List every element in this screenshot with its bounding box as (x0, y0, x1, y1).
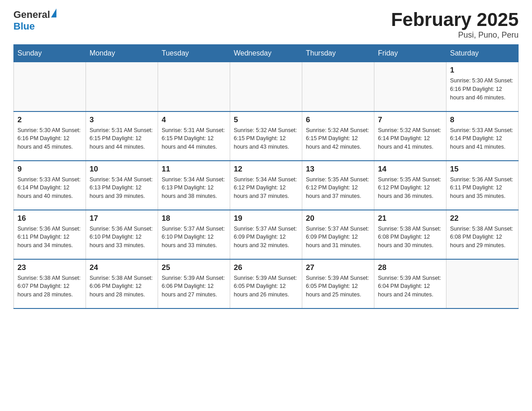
weekday-header-tuesday: Tuesday (158, 45, 230, 62)
day-info: Sunrise: 5:32 AM Sunset: 6:14 PM Dayligh… (378, 126, 442, 151)
day-number: 16 (17, 214, 82, 223)
calendar-day-cell (230, 62, 302, 111)
day-number: 19 (234, 214, 298, 223)
calendar-day-cell: 13Sunrise: 5:35 AM Sunset: 6:12 PM Dayli… (302, 161, 374, 210)
day-info: Sunrise: 5:32 AM Sunset: 6:15 PM Dayligh… (234, 126, 298, 151)
logo-blue-text: Blue (13, 21, 35, 32)
calendar-body: 1Sunrise: 5:30 AM Sunset: 6:16 PM Daylig… (14, 62, 519, 308)
calendar-day-cell: 19Sunrise: 5:37 AM Sunset: 6:09 PM Dayli… (230, 210, 302, 259)
page-header: General Blue February 2025 Pusi, Puno, P… (13, 9, 519, 40)
day-number: 28 (378, 263, 442, 272)
day-info: Sunrise: 5:38 AM Sunset: 6:08 PM Dayligh… (378, 225, 442, 250)
day-info: Sunrise: 5:30 AM Sunset: 6:16 PM Dayligh… (17, 126, 82, 151)
calendar-day-cell: 16Sunrise: 5:36 AM Sunset: 6:11 PM Dayli… (14, 210, 86, 259)
day-info: Sunrise: 5:39 AM Sunset: 6:04 PM Dayligh… (378, 274, 442, 299)
weekday-header-friday: Friday (374, 45, 446, 62)
day-number: 3 (90, 116, 154, 124)
day-number: 20 (306, 214, 370, 223)
calendar-table: SundayMondayTuesdayWednesdayThursdayFrid… (13, 44, 519, 309)
calendar-day-cell: 5Sunrise: 5:32 AM Sunset: 6:15 PM Daylig… (230, 111, 302, 161)
weekday-header-thursday: Thursday (302, 45, 374, 62)
day-number: 26 (234, 263, 298, 272)
calendar-day-cell: 10Sunrise: 5:34 AM Sunset: 6:13 PM Dayli… (86, 161, 158, 210)
day-number: 15 (450, 165, 515, 174)
day-number: 23 (17, 263, 82, 272)
day-info: Sunrise: 5:30 AM Sunset: 6:16 PM Dayligh… (450, 77, 515, 102)
title-section: February 2025 Pusi, Puno, Peru (391, 9, 519, 40)
day-number: 6 (306, 116, 370, 124)
calendar-day-cell: 9Sunrise: 5:33 AM Sunset: 6:14 PM Daylig… (14, 161, 86, 210)
calendar-day-cell: 1Sunrise: 5:30 AM Sunset: 6:16 PM Daylig… (446, 62, 519, 111)
day-number: 9 (17, 165, 82, 174)
day-info: Sunrise: 5:36 AM Sunset: 6:11 PM Dayligh… (17, 225, 82, 250)
logo-triangle-icon (51, 9, 56, 17)
calendar-day-cell: 14Sunrise: 5:35 AM Sunset: 6:12 PM Dayli… (374, 161, 446, 210)
day-info: Sunrise: 5:37 AM Sunset: 6:09 PM Dayligh… (306, 225, 370, 250)
month-title: February 2025 (391, 9, 519, 30)
day-number: 10 (90, 165, 154, 174)
calendar-day-cell: 23Sunrise: 5:38 AM Sunset: 6:07 PM Dayli… (14, 259, 86, 308)
calendar-day-cell: 3Sunrise: 5:31 AM Sunset: 6:15 PM Daylig… (86, 111, 158, 161)
day-info: Sunrise: 5:39 AM Sunset: 6:06 PM Dayligh… (162, 274, 226, 299)
calendar-week-row: 2Sunrise: 5:30 AM Sunset: 6:16 PM Daylig… (14, 111, 519, 161)
day-number: 25 (162, 263, 226, 272)
calendar-day-cell: 24Sunrise: 5:38 AM Sunset: 6:06 PM Dayli… (86, 259, 158, 308)
day-info: Sunrise: 5:37 AM Sunset: 6:09 PM Dayligh… (234, 225, 298, 250)
day-number: 12 (234, 165, 298, 174)
day-info: Sunrise: 5:37 AM Sunset: 6:10 PM Dayligh… (162, 225, 226, 250)
day-info: Sunrise: 5:39 AM Sunset: 6:05 PM Dayligh… (234, 274, 298, 299)
day-info: Sunrise: 5:38 AM Sunset: 6:06 PM Dayligh… (90, 274, 154, 299)
day-number: 22 (450, 214, 515, 223)
calendar-day-cell (446, 259, 519, 308)
day-info: Sunrise: 5:38 AM Sunset: 6:08 PM Dayligh… (450, 225, 515, 250)
day-info: Sunrise: 5:34 AM Sunset: 6:12 PM Dayligh… (234, 176, 298, 201)
day-info: Sunrise: 5:33 AM Sunset: 6:14 PM Dayligh… (450, 126, 515, 151)
calendar-day-cell (158, 62, 230, 111)
calendar-day-cell: 12Sunrise: 5:34 AM Sunset: 6:12 PM Dayli… (230, 161, 302, 210)
calendar-day-cell (374, 62, 446, 111)
calendar-day-cell: 21Sunrise: 5:38 AM Sunset: 6:08 PM Dayli… (374, 210, 446, 259)
calendar-day-cell: 20Sunrise: 5:37 AM Sunset: 6:09 PM Dayli… (302, 210, 374, 259)
day-info: Sunrise: 5:31 AM Sunset: 6:15 PM Dayligh… (162, 126, 226, 151)
day-info: Sunrise: 5:32 AM Sunset: 6:15 PM Dayligh… (306, 126, 370, 151)
day-number: 21 (378, 214, 442, 223)
day-number: 7 (378, 116, 442, 124)
calendar-day-cell: 26Sunrise: 5:39 AM Sunset: 6:05 PM Dayli… (230, 259, 302, 308)
calendar-day-cell (302, 62, 374, 111)
day-info: Sunrise: 5:34 AM Sunset: 6:13 PM Dayligh… (90, 176, 154, 201)
calendar-week-row: 9Sunrise: 5:33 AM Sunset: 6:14 PM Daylig… (14, 161, 519, 210)
day-number: 11 (162, 165, 226, 174)
day-number: 18 (162, 214, 226, 223)
calendar-header: SundayMondayTuesdayWednesdayThursdayFrid… (14, 45, 519, 62)
day-number: 17 (90, 214, 154, 223)
calendar-day-cell: 6Sunrise: 5:32 AM Sunset: 6:15 PM Daylig… (302, 111, 374, 161)
calendar-day-cell (14, 62, 86, 111)
weekday-header-saturday: Saturday (446, 45, 519, 62)
calendar-day-cell: 2Sunrise: 5:30 AM Sunset: 6:16 PM Daylig… (14, 111, 86, 161)
day-number: 5 (234, 116, 298, 124)
calendar-day-cell: 28Sunrise: 5:39 AM Sunset: 6:04 PM Dayli… (374, 259, 446, 308)
weekday-header-monday: Monday (86, 45, 158, 62)
calendar-day-cell: 15Sunrise: 5:36 AM Sunset: 6:11 PM Dayli… (446, 161, 519, 210)
day-number: 2 (17, 116, 82, 124)
calendar-day-cell (86, 62, 158, 111)
calendar-day-cell: 18Sunrise: 5:37 AM Sunset: 6:10 PM Dayli… (158, 210, 230, 259)
calendar-week-row: 16Sunrise: 5:36 AM Sunset: 6:11 PM Dayli… (14, 210, 519, 259)
day-number: 14 (378, 165, 442, 174)
day-info: Sunrise: 5:35 AM Sunset: 6:12 PM Dayligh… (306, 176, 370, 201)
calendar-day-cell: 25Sunrise: 5:39 AM Sunset: 6:06 PM Dayli… (158, 259, 230, 308)
day-number: 13 (306, 165, 370, 174)
weekday-header-wednesday: Wednesday (230, 45, 302, 62)
calendar-day-cell: 17Sunrise: 5:36 AM Sunset: 6:10 PM Dayli… (86, 210, 158, 259)
logo-general-text: General (13, 9, 50, 21)
calendar-day-cell: 4Sunrise: 5:31 AM Sunset: 6:15 PM Daylig… (158, 111, 230, 161)
day-info: Sunrise: 5:38 AM Sunset: 6:07 PM Dayligh… (17, 274, 82, 299)
calendar-day-cell: 8Sunrise: 5:33 AM Sunset: 6:14 PM Daylig… (446, 111, 519, 161)
day-info: Sunrise: 5:33 AM Sunset: 6:14 PM Dayligh… (17, 176, 82, 201)
day-number: 1 (450, 66, 515, 75)
calendar-day-cell: 27Sunrise: 5:39 AM Sunset: 6:05 PM Dayli… (302, 259, 374, 308)
calendar-week-row: 1Sunrise: 5:30 AM Sunset: 6:16 PM Daylig… (14, 62, 519, 111)
weekday-header-row: SundayMondayTuesdayWednesdayThursdayFrid… (14, 45, 519, 62)
day-number: 4 (162, 116, 226, 124)
day-number: 8 (450, 116, 515, 124)
